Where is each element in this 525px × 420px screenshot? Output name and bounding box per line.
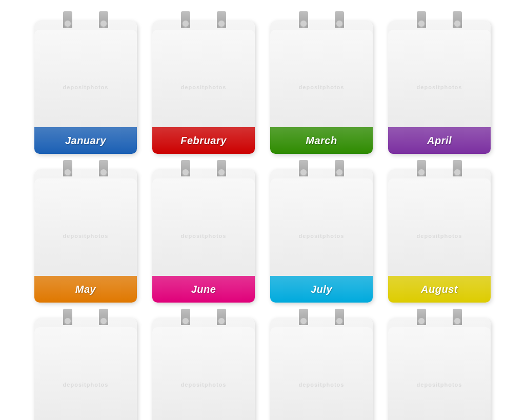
rings <box>270 11 373 28</box>
ring-right <box>453 309 462 325</box>
watermark: depositphotos <box>181 233 227 239</box>
calendar-card-march: depositphotos March <box>270 21 373 154</box>
calendar-card-october: depositphotos October <box>152 318 255 420</box>
ring-left <box>63 160 72 176</box>
ring-right <box>335 309 344 325</box>
card-body: depositphotos <box>152 30 255 127</box>
calendar-card-september: depositphotos September <box>34 318 137 420</box>
ring-left <box>181 160 190 176</box>
rings <box>34 11 137 28</box>
ring-right <box>335 160 344 176</box>
watermark: depositphotos <box>299 84 345 90</box>
rings <box>34 160 137 176</box>
month-label: May <box>75 284 96 295</box>
ring-right <box>217 11 226 28</box>
watermark: depositphotos <box>63 84 109 90</box>
watermark: depositphotos <box>63 233 109 239</box>
watermark: depositphotos <box>417 84 462 90</box>
card-footer: March <box>270 127 373 154</box>
card-body: depositphotos <box>270 30 373 127</box>
ring-right <box>453 160 462 176</box>
ring-left <box>63 11 72 28</box>
ring-right <box>99 11 108 28</box>
calendar-card-january: depositphotos January <box>34 21 137 154</box>
card-footer: July <box>270 276 373 303</box>
card-body: depositphotos <box>388 178 491 276</box>
rings <box>152 309 255 325</box>
rings <box>270 309 373 325</box>
calendar-card-november: depositphotos November <box>270 318 373 420</box>
card-body: depositphotos <box>270 327 373 420</box>
ring-left <box>181 11 190 28</box>
watermark: depositphotos <box>417 382 462 388</box>
card-body: depositphotos <box>388 327 491 420</box>
calendar-card-august: depositphotos August <box>388 169 491 303</box>
rings <box>152 11 255 28</box>
calendar-card-july: depositphotos July <box>270 169 373 303</box>
calendar-grid: depositphotos January depositphotos Febr… <box>14 0 511 420</box>
month-label: March <box>306 135 337 147</box>
card-body: depositphotos <box>270 178 373 276</box>
card-footer: June <box>152 276 255 303</box>
ring-right <box>99 160 108 176</box>
card-footer: January <box>34 127 137 154</box>
card-footer: April <box>388 127 491 154</box>
card-footer: May <box>34 276 137 303</box>
calendar-card-december: depositphotos December <box>388 318 491 420</box>
ring-left <box>299 160 308 176</box>
rings <box>34 309 137 325</box>
calendar-card-february: depositphotos February <box>152 21 255 154</box>
watermark: depositphotos <box>181 84 227 90</box>
watermark: depositphotos <box>299 233 345 239</box>
card-body: depositphotos <box>34 327 137 420</box>
calendar-card-may: depositphotos May <box>34 169 137 303</box>
card-body: depositphotos <box>34 30 137 127</box>
rings <box>152 160 255 176</box>
month-label: July <box>311 284 332 295</box>
watermark: depositphotos <box>299 382 345 388</box>
ring-left <box>417 160 426 176</box>
ring-right <box>335 11 344 28</box>
ring-left <box>417 11 426 28</box>
ring-left <box>299 309 308 325</box>
ring-right <box>217 309 226 325</box>
month-label: February <box>180 135 227 147</box>
ring-right <box>453 11 462 28</box>
ring-right <box>99 309 108 325</box>
card-footer: February <box>152 127 255 154</box>
card-body: depositphotos <box>34 178 137 276</box>
rings <box>388 11 491 28</box>
month-label: June <box>191 284 216 295</box>
calendar-card-june: depositphotos June <box>152 169 255 303</box>
watermark: depositphotos <box>63 382 109 388</box>
month-label: April <box>427 135 452 147</box>
rings <box>388 160 491 176</box>
ring-left <box>417 309 426 325</box>
watermark: depositphotos <box>417 233 462 239</box>
month-label: January <box>65 135 106 147</box>
rings <box>270 160 373 176</box>
watermark: depositphotos <box>181 382 227 388</box>
ring-left <box>63 309 72 325</box>
rings <box>388 309 491 325</box>
ring-left <box>181 309 190 325</box>
ring-left <box>299 11 308 28</box>
month-label: August <box>421 284 458 295</box>
ring-right <box>217 160 226 176</box>
card-footer: August <box>388 276 491 303</box>
calendar-card-april: depositphotos April <box>388 21 491 154</box>
card-body: depositphotos <box>152 327 255 420</box>
card-body: depositphotos <box>388 30 491 127</box>
card-body: depositphotos <box>152 178 255 276</box>
